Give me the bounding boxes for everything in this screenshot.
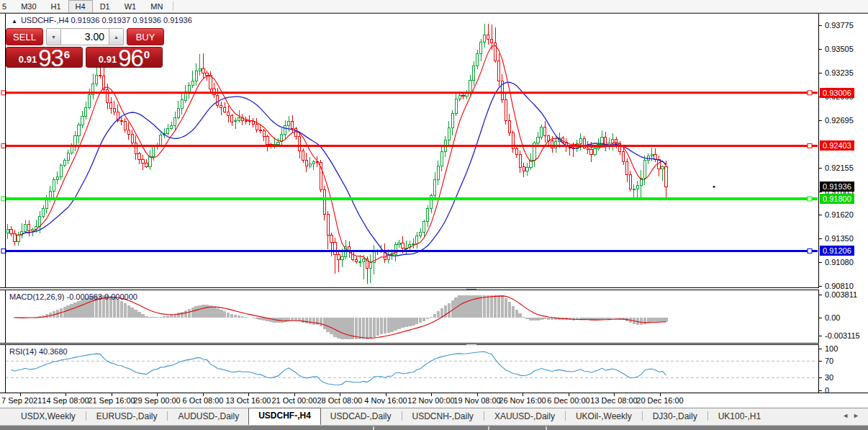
macd-bar bbox=[650, 318, 653, 322]
macd-bar bbox=[159, 317, 162, 318]
volume-increase-button[interactable]: ▲ bbox=[109, 28, 124, 45]
chart-tab-dj30-daily[interactable]: DJ30-,Daily bbox=[643, 408, 707, 425]
chart-tab-usdcnh-daily[interactable]: USDCNH-,Daily bbox=[403, 408, 483, 425]
timeframe-button-5[interactable]: 5 bbox=[0, 0, 14, 13]
macd-bar bbox=[120, 301, 123, 317]
macd-bar bbox=[127, 305, 130, 318]
rsi-pane-canvas[interactable] bbox=[0, 345, 819, 393]
candle-body bbox=[288, 121, 290, 126]
candle-body bbox=[245, 120, 247, 121]
candle-body bbox=[71, 146, 73, 153]
pane-splitter-rsi[interactable] bbox=[0, 343, 868, 345]
macd-bar bbox=[256, 318, 258, 319]
candle-body bbox=[590, 149, 592, 154]
macd-bar bbox=[394, 318, 397, 331]
chart-tab-xauusd-daily[interactable]: XAUUSD-,Daily bbox=[485, 408, 564, 425]
one-click-trade-panel: SELL ▼ ▲ BUY 0.91 93 6 0.91 96 0 bbox=[6, 28, 164, 68]
candle-body bbox=[181, 100, 183, 109]
collapse-arrow-icon[interactable]: ▲ bbox=[12, 18, 17, 24]
macd-bar bbox=[508, 302, 511, 317]
macd-bar bbox=[6, 318, 9, 318]
chart-tab-audusd-daily[interactable]: AUDUSD-,Daily bbox=[168, 408, 248, 425]
candle-body bbox=[206, 73, 208, 76]
candle-body bbox=[334, 242, 336, 255]
candle-body bbox=[234, 120, 236, 122]
macd-bar bbox=[458, 295, 461, 317]
axis-divider bbox=[0, 393, 868, 393]
price-tick-mark bbox=[819, 238, 822, 239]
macd-bar bbox=[73, 303, 76, 318]
chart-tab-uk100-h1[interactable]: UK100-,H1 bbox=[709, 408, 770, 425]
candle-body bbox=[252, 122, 254, 125]
line-anchor-handle[interactable] bbox=[808, 143, 812, 148]
buy-button[interactable]: BUY bbox=[127, 28, 164, 45]
candle-body bbox=[451, 114, 453, 128]
candle-body bbox=[238, 118, 240, 121]
macd-bar bbox=[657, 318, 660, 322]
candle-body bbox=[160, 135, 162, 145]
macd-bar bbox=[316, 318, 319, 326]
chart-tab-usdchf-h4[interactable]: USDCHF-,H4 bbox=[248, 408, 321, 425]
candle-body bbox=[195, 71, 197, 81]
candle-body bbox=[74, 136, 76, 146]
price-tag-0.92403: 0.92403 bbox=[820, 140, 854, 151]
candle-body bbox=[658, 160, 660, 169]
macd-bar bbox=[137, 312, 140, 317]
candle-body bbox=[85, 108, 87, 117]
chart-tab-usdcad-daily[interactable]: USDCAD-,Daily bbox=[321, 408, 401, 425]
candle-body bbox=[138, 154, 140, 160]
chart-window-usdchf-h4: ▲USDCHF-,H4 0.91936 0.91937 0.91936 0.91… bbox=[0, 13, 868, 408]
buy-price-display[interactable]: 0.91 96 0 bbox=[86, 47, 163, 68]
price-tick-label: 0.93775 bbox=[825, 21, 854, 30]
timeframe-button-h1[interactable]: H1 bbox=[44, 0, 68, 13]
chart-tab-ukoil-weekly[interactable]: UKOil-,Weekly bbox=[566, 408, 641, 425]
macd-bar bbox=[384, 318, 386, 334]
candle-body bbox=[625, 161, 628, 174]
volume-decrease-button[interactable]: ▼ bbox=[46, 28, 61, 45]
line-anchor-handle[interactable] bbox=[808, 248, 812, 253]
macd-bar bbox=[358, 318, 361, 340]
price-tick-label: 0.91080 bbox=[825, 258, 854, 266]
bid-price-marker bbox=[713, 186, 715, 188]
candle-body bbox=[423, 222, 425, 233]
macd-bar bbox=[77, 301, 80, 318]
candle-body bbox=[629, 175, 631, 189]
pane-splitter-macd[interactable] bbox=[0, 287, 868, 290]
price-axis[interactable]: 0.937750.935050.932350.929650.926950.921… bbox=[819, 14, 868, 393]
chart-tab-eurusd-daily[interactable]: EURUSD-,Daily bbox=[87, 408, 167, 425]
candle-body bbox=[291, 121, 294, 129]
line-anchor-handle[interactable] bbox=[808, 197, 812, 201]
sell-button[interactable]: SELL bbox=[6, 28, 43, 45]
macd-bar bbox=[312, 318, 315, 325]
macd-bar bbox=[433, 314, 436, 317]
macd-bar bbox=[248, 318, 251, 318]
timeframe-button-d1[interactable]: D1 bbox=[93, 0, 117, 13]
tab-scroll-buttons[interactable]: ◄► bbox=[842, 412, 864, 419]
volume-input[interactable] bbox=[61, 28, 109, 45]
line-anchor-handle[interactable] bbox=[808, 91, 812, 95]
ma-slow-line bbox=[22, 82, 666, 256]
timeframe-button-h4[interactable]: H4 bbox=[68, 0, 93, 13]
timeframe-button-m30[interactable]: M30 bbox=[14, 0, 43, 13]
chart-tab-usdx-weekly[interactable]: USDX,Weekly bbox=[12, 408, 85, 425]
candle-body bbox=[398, 243, 400, 245]
macd-bar bbox=[618, 318, 621, 319]
timeframe-button-w1[interactable]: W1 bbox=[117, 0, 144, 13]
candle-body bbox=[305, 160, 307, 166]
timeframe-button-mn[interactable]: MN bbox=[143, 0, 170, 13]
price-tick-mark bbox=[819, 25, 822, 26]
candle-body bbox=[462, 96, 464, 97]
macd-bar bbox=[234, 315, 237, 317]
tab-separator bbox=[484, 411, 484, 421]
rsi-tick-label: 30 bbox=[825, 373, 833, 382]
candle-body bbox=[356, 259, 358, 262]
macd-bar bbox=[241, 316, 244, 317]
macd-bar bbox=[155, 317, 158, 318]
price-tag-0.91936: 0.91936 bbox=[820, 182, 854, 192]
time-axis[interactable]: 7 Sep 202114 Sep 08:0021 Sep 16:0029 Sep… bbox=[0, 393, 868, 408]
sell-price-display[interactable]: 0.91 93 6 bbox=[6, 47, 83, 68]
time-tick-label: 7 Sep 2021 bbox=[1, 396, 42, 405]
macd-bar bbox=[501, 295, 504, 318]
macd-bar bbox=[490, 295, 493, 318]
triangle-down-icon: ▼ bbox=[51, 35, 56, 40]
